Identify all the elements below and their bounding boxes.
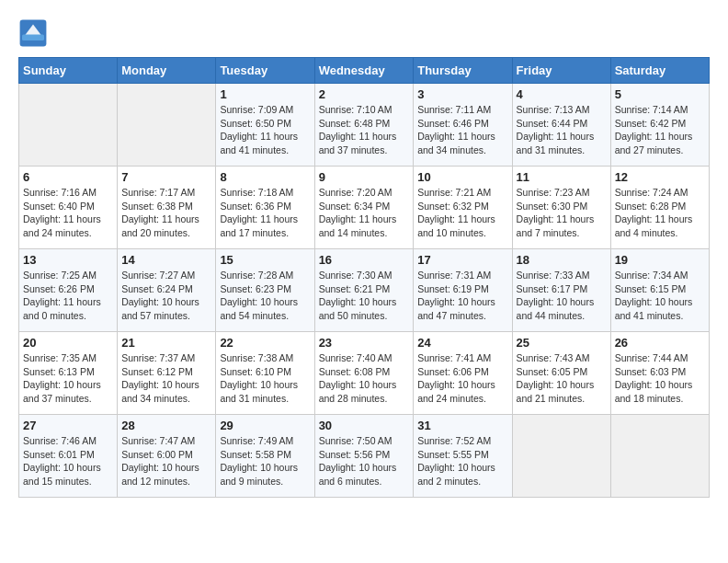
page-header <box>18 18 710 48</box>
day-info: Sunrise: 7:13 AMSunset: 6:44 PMDaylight:… <box>517 103 607 157</box>
day-number: 6 <box>23 170 113 184</box>
weekday-header-sunday: Sunday <box>19 58 118 84</box>
calendar-cell: 8Sunrise: 7:18 AMSunset: 6:36 PMDaylight… <box>216 167 314 249</box>
day-info: Sunrise: 7:18 AMSunset: 6:36 PMDaylight:… <box>220 186 310 240</box>
calendar-week-row: 13Sunrise: 7:25 AMSunset: 6:26 PMDayligh… <box>19 249 710 332</box>
day-info: Sunrise: 7:17 AMSunset: 6:38 PMDaylight:… <box>121 186 211 240</box>
calendar-week-row: 1Sunrise: 7:09 AMSunset: 6:50 PMDaylight… <box>19 84 710 167</box>
day-number: 7 <box>121 170 211 184</box>
calendar-cell: 15Sunrise: 7:28 AMSunset: 6:23 PMDayligh… <box>216 249 314 332</box>
calendar-cell: 10Sunrise: 7:21 AMSunset: 6:32 PMDayligh… <box>414 167 512 249</box>
calendar-cell: 25Sunrise: 7:43 AMSunset: 6:05 PMDayligh… <box>512 332 610 415</box>
day-number: 2 <box>319 87 410 101</box>
day-info: Sunrise: 7:10 AMSunset: 6:48 PMDaylight:… <box>319 103 410 157</box>
calendar-cell: 16Sunrise: 7:30 AMSunset: 6:21 PMDayligh… <box>314 249 414 332</box>
day-number: 16 <box>319 253 410 267</box>
calendar-cell: 22Sunrise: 7:38 AMSunset: 6:10 PMDayligh… <box>216 332 314 415</box>
day-info: Sunrise: 7:28 AMSunset: 6:23 PMDaylight:… <box>220 269 310 323</box>
day-info: Sunrise: 7:21 AMSunset: 6:32 PMDaylight:… <box>417 186 507 240</box>
calendar-cell: 9Sunrise: 7:20 AMSunset: 6:34 PMDaylight… <box>314 167 414 249</box>
day-info: Sunrise: 7:52 AMSunset: 5:55 PMDaylight:… <box>417 434 507 488</box>
day-number: 15 <box>220 253 310 267</box>
calendar-cell: 18Sunrise: 7:33 AMSunset: 6:17 PMDayligh… <box>512 249 610 332</box>
calendar-cell: 30Sunrise: 7:50 AMSunset: 5:56 PMDayligh… <box>314 415 414 498</box>
logo-icon <box>18 18 48 48</box>
calendar-cell: 28Sunrise: 7:47 AMSunset: 6:00 PMDayligh… <box>118 415 216 498</box>
calendar-cell <box>610 415 709 498</box>
weekday-header-friday: Friday <box>512 58 610 84</box>
calendar-cell <box>19 84 118 167</box>
day-number: 14 <box>121 253 211 267</box>
day-number: 5 <box>615 87 705 101</box>
day-number: 31 <box>417 419 507 432</box>
day-number: 25 <box>517 336 607 350</box>
day-info: Sunrise: 7:40 AMSunset: 6:08 PMDaylight:… <box>319 351 410 406</box>
day-info: Sunrise: 7:14 AMSunset: 6:42 PMDaylight:… <box>615 103 705 157</box>
calendar-cell: 4Sunrise: 7:13 AMSunset: 6:44 PMDaylight… <box>512 84 610 167</box>
calendar-cell: 11Sunrise: 7:23 AMSunset: 6:30 PMDayligh… <box>512 167 610 249</box>
day-info: Sunrise: 7:20 AMSunset: 6:34 PMDaylight:… <box>319 186 410 240</box>
day-info: Sunrise: 7:23 AMSunset: 6:30 PMDaylight:… <box>517 186 607 240</box>
day-number: 8 <box>220 170 310 184</box>
day-info: Sunrise: 7:33 AMSunset: 6:17 PMDaylight:… <box>517 269 607 323</box>
calendar-week-row: 27Sunrise: 7:46 AMSunset: 6:01 PMDayligh… <box>19 415 710 498</box>
day-info: Sunrise: 7:35 AMSunset: 6:13 PMDaylight:… <box>23 351 113 406</box>
day-number: 4 <box>517 87 607 101</box>
calendar-cell: 6Sunrise: 7:16 AMSunset: 6:40 PMDaylight… <box>19 167 118 249</box>
calendar-cell <box>118 84 216 167</box>
day-info: Sunrise: 7:41 AMSunset: 6:06 PMDaylight:… <box>417 351 507 406</box>
day-info: Sunrise: 7:44 AMSunset: 6:03 PMDaylight:… <box>615 351 705 406</box>
calendar-header: SundayMondayTuesdayWednesdayThursdayFrid… <box>19 58 710 84</box>
day-number: 10 <box>417 170 507 184</box>
day-number: 28 <box>121 419 211 432</box>
weekday-header-thursday: Thursday <box>414 58 512 84</box>
weekday-header-tuesday: Tuesday <box>216 58 314 84</box>
calendar-cell: 23Sunrise: 7:40 AMSunset: 6:08 PMDayligh… <box>314 332 414 415</box>
day-number: 11 <box>517 170 607 184</box>
day-number: 23 <box>319 336 410 350</box>
calendar-cell: 31Sunrise: 7:52 AMSunset: 5:55 PMDayligh… <box>414 415 512 498</box>
calendar-cell: 3Sunrise: 7:11 AMSunset: 6:46 PMDaylight… <box>414 84 512 167</box>
day-info: Sunrise: 7:50 AMSunset: 5:56 PMDaylight:… <box>319 434 410 488</box>
calendar-cell: 24Sunrise: 7:41 AMSunset: 6:06 PMDayligh… <box>414 332 512 415</box>
weekday-header-monday: Monday <box>118 58 216 84</box>
calendar-week-row: 6Sunrise: 7:16 AMSunset: 6:40 PMDaylight… <box>19 167 710 249</box>
day-number: 21 <box>121 336 211 350</box>
day-number: 24 <box>417 336 507 350</box>
day-info: Sunrise: 7:38 AMSunset: 6:10 PMDaylight:… <box>220 351 310 406</box>
day-info: Sunrise: 7:16 AMSunset: 6:40 PMDaylight:… <box>23 186 113 240</box>
logo <box>18 18 51 48</box>
day-number: 13 <box>23 253 113 267</box>
calendar-week-row: 20Sunrise: 7:35 AMSunset: 6:13 PMDayligh… <box>19 332 710 415</box>
calendar-cell: 1Sunrise: 7:09 AMSunset: 6:50 PMDaylight… <box>216 84 314 167</box>
calendar-cell: 14Sunrise: 7:27 AMSunset: 6:24 PMDayligh… <box>118 249 216 332</box>
calendar-cell: 17Sunrise: 7:31 AMSunset: 6:19 PMDayligh… <box>414 249 512 332</box>
calendar-cell: 29Sunrise: 7:49 AMSunset: 5:58 PMDayligh… <box>216 415 314 498</box>
day-info: Sunrise: 7:49 AMSunset: 5:58 PMDaylight:… <box>220 434 310 488</box>
calendar-cell: 27Sunrise: 7:46 AMSunset: 6:01 PMDayligh… <box>19 415 118 498</box>
calendar-cell: 19Sunrise: 7:34 AMSunset: 6:15 PMDayligh… <box>610 249 709 332</box>
day-number: 17 <box>417 253 507 267</box>
day-number: 27 <box>23 419 113 432</box>
day-number: 12 <box>615 170 705 184</box>
day-info: Sunrise: 7:25 AMSunset: 6:26 PMDaylight:… <box>23 269 113 323</box>
calendar-cell: 12Sunrise: 7:24 AMSunset: 6:28 PMDayligh… <box>610 167 709 249</box>
calendar-cell: 2Sunrise: 7:10 AMSunset: 6:48 PMDaylight… <box>314 84 414 167</box>
weekday-header-wednesday: Wednesday <box>314 58 414 84</box>
day-number: 3 <box>417 87 507 101</box>
day-info: Sunrise: 7:24 AMSunset: 6:28 PMDaylight:… <box>615 186 705 240</box>
day-info: Sunrise: 7:34 AMSunset: 6:15 PMDaylight:… <box>615 269 705 323</box>
day-info: Sunrise: 7:37 AMSunset: 6:12 PMDaylight:… <box>121 351 211 406</box>
day-number: 29 <box>220 419 310 432</box>
calendar-body: 1Sunrise: 7:09 AMSunset: 6:50 PMDaylight… <box>19 84 710 498</box>
weekday-header-saturday: Saturday <box>610 58 709 84</box>
day-info: Sunrise: 7:46 AMSunset: 6:01 PMDaylight:… <box>23 434 113 488</box>
day-info: Sunrise: 7:30 AMSunset: 6:21 PMDaylight:… <box>319 269 410 323</box>
day-number: 26 <box>615 336 705 350</box>
day-number: 18 <box>517 253 607 267</box>
day-info: Sunrise: 7:47 AMSunset: 6:00 PMDaylight:… <box>121 434 211 488</box>
calendar-cell: 20Sunrise: 7:35 AMSunset: 6:13 PMDayligh… <box>19 332 118 415</box>
calendar-cell: 26Sunrise: 7:44 AMSunset: 6:03 PMDayligh… <box>610 332 709 415</box>
day-number: 19 <box>615 253 705 267</box>
calendar-cell <box>512 415 610 498</box>
